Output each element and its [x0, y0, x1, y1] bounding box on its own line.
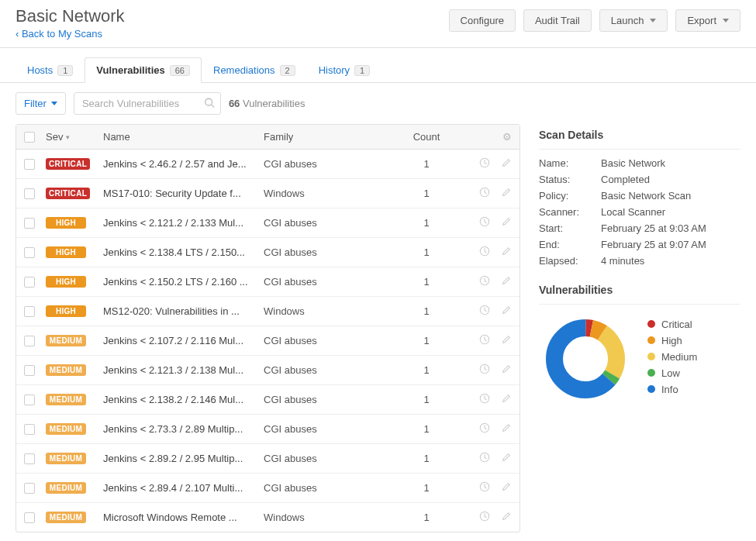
row-checkbox[interactable]: [24, 306, 35, 317]
edit-icon[interactable]: [501, 422, 512, 436]
vuln-name: Jenkins < 2.121.2 / 2.133 Mul...: [103, 217, 250, 229]
configure-button[interactable]: Configure: [449, 9, 516, 32]
col-header-family[interactable]: Family: [264, 131, 395, 143]
vuln-count: 1: [395, 158, 457, 170]
table-row[interactable]: MEDIUM Jenkins < 2.138.2 / 2.146 Mul... …: [16, 385, 520, 415]
page-title: Basic Network: [16, 6, 125, 26]
row-checkbox[interactable]: [24, 218, 35, 229]
row-checkbox[interactable]: [24, 188, 35, 199]
legend-item-high: High: [647, 335, 697, 346]
clock-icon[interactable]: [479, 334, 490, 347]
vuln-name: Jenkins < 2.107.2 / 2.116 Mul...: [103, 335, 250, 346]
edit-icon[interactable]: [501, 452, 512, 465]
edit-icon[interactable]: [501, 481, 512, 494]
table-row[interactable]: MEDIUM Jenkins < 2.121.3 / 2.138 Mul... …: [16, 356, 520, 385]
clock-icon[interactable]: [479, 452, 490, 465]
detail-value: Basic Network Scan: [601, 190, 691, 202]
row-checkbox[interactable]: [24, 365, 35, 376]
clock-icon[interactable]: [479, 216, 490, 229]
table-row[interactable]: MEDIUM Jenkins < 2.107.2 / 2.116 Mul... …: [16, 326, 520, 356]
sort-indicator-icon: ▾: [66, 133, 70, 141]
edit-icon[interactable]: [501, 246, 512, 259]
vuln-name: Jenkins < 2.138.4 LTS / 2.150...: [103, 246, 250, 258]
edit-icon[interactable]: [501, 187, 512, 200]
vuln-name: Jenkins < 2.89.2 / 2.95 Multip...: [103, 453, 250, 464]
legend-item-critical: Critical: [647, 319, 697, 330]
edit-icon[interactable]: [501, 157, 512, 171]
detail-row: Elapsed:4 minutes: [539, 255, 740, 267]
edit-icon[interactable]: [501, 334, 512, 347]
vuln-count: 1: [395, 276, 457, 288]
table-row[interactable]: HIGH Jenkins < 2.150.2 LTS / 2.160 ... C…: [16, 267, 520, 297]
col-header-count[interactable]: Count: [395, 131, 457, 143]
clock-icon[interactable]: [479, 246, 490, 259]
tab-label: History: [319, 64, 350, 76]
row-checkbox[interactable]: [24, 424, 35, 435]
row-checkbox[interactable]: [24, 247, 35, 258]
tab-hosts[interactable]: Hosts1: [16, 57, 85, 82]
detail-row: Status:Completed: [539, 174, 740, 185]
vuln-name: Jenkins < 2.73.3 / 2.89 Multip...: [103, 423, 250, 435]
search-icon[interactable]: [204, 97, 215, 110]
tab-count-badge: 66: [170, 65, 190, 76]
divider: [539, 304, 740, 305]
table-row[interactable]: MEDIUM Jenkins < 2.73.3 / 2.89 Multip...…: [16, 415, 520, 444]
vuln-name: Microsoft Windows Remote ...: [103, 512, 250, 523]
row-checkbox[interactable]: [24, 512, 35, 523]
table-row[interactable]: HIGH Jenkins < 2.138.4 LTS / 2.150... CG…: [16, 238, 520, 267]
row-checkbox[interactable]: [24, 453, 35, 464]
vuln-family: Windows: [264, 305, 395, 317]
table-row[interactable]: CRITICAL MS17-010: Security Update f... …: [16, 179, 520, 208]
scan-details-title: Scan Details: [539, 129, 740, 141]
edit-icon[interactable]: [501, 511, 512, 524]
row-checkbox[interactable]: [24, 395, 35, 405]
tab-history[interactable]: History1: [307, 57, 382, 82]
select-all-checkbox[interactable]: [24, 132, 35, 143]
table-row[interactable]: MEDIUM Jenkins < 2.89.4 / 2.107 Multi...…: [16, 474, 520, 503]
row-checkbox[interactable]: [24, 277, 35, 288]
clock-icon[interactable]: [479, 275, 490, 288]
gear-icon[interactable]: ⚙: [502, 131, 512, 143]
edit-icon[interactable]: [501, 393, 512, 406]
tab-vulnerabilities[interactable]: Vulnerabilities66: [85, 57, 202, 83]
edit-icon[interactable]: [501, 216, 512, 229]
filter-label: Filter: [24, 98, 47, 109]
clock-icon[interactable]: [479, 364, 490, 377]
back-to-scans-link[interactable]: ‹ Back to My Scans: [16, 28, 102, 40]
edit-icon[interactable]: [501, 275, 512, 288]
edit-icon[interactable]: [501, 305, 512, 318]
vuln-count: 1: [395, 335, 457, 346]
clock-icon[interactable]: [479, 305, 490, 318]
col-header-name[interactable]: Name: [100, 131, 264, 143]
filter-button[interactable]: Filter: [16, 92, 66, 115]
col-header-sev[interactable]: Sev▾: [46, 131, 100, 143]
legend-dot: [647, 369, 655, 377]
table-row[interactable]: HIGH Jenkins < 2.121.2 / 2.133 Mul... CG…: [16, 208, 520, 238]
search-input[interactable]: [74, 92, 221, 115]
legend-dot: [647, 385, 655, 393]
audit-trail-button[interactable]: Audit Trail: [523, 9, 592, 32]
clock-icon[interactable]: [479, 187, 490, 200]
clock-icon[interactable]: [479, 511, 490, 524]
legend-item-medium: Medium: [647, 351, 697, 363]
edit-icon[interactable]: [501, 364, 512, 377]
row-checkbox[interactable]: [24, 483, 35, 494]
row-checkbox[interactable]: [24, 336, 35, 346]
vuln-count: 1: [395, 394, 457, 405]
clock-icon[interactable]: [479, 157, 490, 171]
vuln-count: 1: [395, 423, 457, 435]
table-row[interactable]: CRITICAL Jenkins < 2.46.2 / 2.57 and Je.…: [16, 150, 520, 179]
clock-icon[interactable]: [479, 481, 490, 494]
table-row[interactable]: MEDIUM Microsoft Windows Remote ... Wind…: [16, 503, 520, 532]
clock-icon[interactable]: [479, 422, 490, 436]
table-row[interactable]: MEDIUM Jenkins < 2.89.2 / 2.95 Multip...…: [16, 444, 520, 474]
vuln-name: Jenkins < 2.121.3 / 2.138 Mul...: [103, 364, 250, 376]
tab-remediations[interactable]: Remediations2: [202, 57, 307, 82]
severity-badge: HIGH: [46, 217, 86, 229]
launch-button[interactable]: Launch: [599, 9, 668, 32]
export-button[interactable]: Export: [675, 9, 740, 32]
table-row[interactable]: HIGH MS12-020: Vulnerabilities in ... Wi…: [16, 297, 520, 326]
clock-icon[interactable]: [479, 393, 490, 406]
vuln-family: CGI abuses: [264, 217, 395, 229]
row-checkbox[interactable]: [24, 159, 35, 170]
